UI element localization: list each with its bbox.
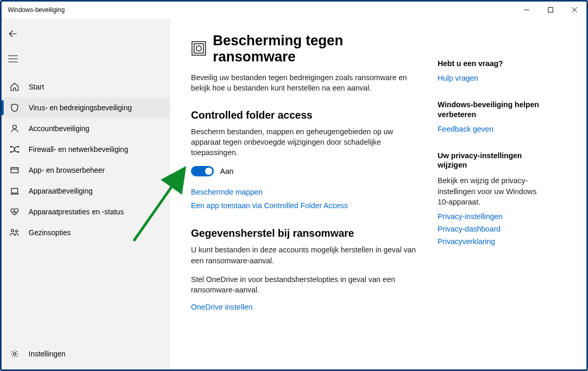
privacy-widget: Uw privacy-instellingen wijzigen Bekijk …	[438, 151, 547, 246]
svg-point-8	[13, 125, 17, 129]
ransomware-icon	[191, 41, 207, 58]
privacy-title: Uw privacy-instellingen wijzigen	[438, 151, 547, 171]
minimize-button[interactable]	[515, 2, 539, 18]
svg-point-18	[16, 230, 18, 232]
nav-item-virus[interactable]: Virus- en bedreigingsbeveiliging	[2, 97, 170, 118]
close-button[interactable]	[563, 2, 586, 18]
nav-item-start[interactable]: Start	[2, 76, 170, 97]
firewall-icon	[9, 144, 20, 155]
right-column: Hebt u een vraag? Hulp vragen Windows-be…	[438, 33, 547, 359]
window-title: Windows-beveiliging	[8, 6, 65, 14]
health-icon	[9, 206, 20, 218]
onedrive-description: Stel OneDrive in voor bestandsherstelopt…	[191, 274, 420, 296]
link-allow-app[interactable]: Een app toestaan via Controlled Folder A…	[191, 201, 420, 210]
link-onedrive-setup[interactable]: OneDrive instellen	[191, 303, 420, 311]
main-content: Bescherming tegen ransomware Beveilig uw…	[170, 18, 586, 369]
link-privacy-dashboard[interactable]: Privacy-dashboard	[438, 225, 547, 233]
page-description: Beveilig uw bestanden tegen bedreigingen…	[191, 72, 420, 94]
svg-rect-15	[11, 188, 18, 193]
privacy-description: Bekijk en wijzig de privacy-instellingen…	[438, 175, 547, 207]
titlebar: Windows-beveiliging	[2, 2, 586, 18]
link-help[interactable]: Hulp vragen	[438, 74, 547, 82]
nav-label: Instellingen	[29, 350, 66, 358]
nav-item-family[interactable]: Gezinsopties	[2, 222, 170, 243]
nav-label: Apparaatbeveiliging	[29, 187, 93, 195]
sidebar: Start Virus- en bedreigingsbeveiliging A…	[2, 18, 170, 369]
nav-item-firewall[interactable]: Firewall- en netwerkbeveiliging	[2, 139, 170, 160]
svg-point-11	[18, 146, 19, 147]
recovery-title: Gegevensherstel bij ransomware	[191, 227, 420, 239]
cfa-toggle[interactable]	[191, 166, 214, 176]
svg-point-9	[10, 146, 11, 147]
device-icon	[9, 185, 20, 197]
svg-point-19	[14, 353, 16, 355]
cfa-description: Bescherm bestanden, mappen en geheugenge…	[191, 126, 420, 158]
hamburger-button[interactable]	[2, 47, 24, 70]
help-title: Hebt u een vraag?	[438, 59, 547, 69]
link-feedback[interactable]: Feedback geven	[438, 125, 547, 133]
shield-icon	[9, 102, 20, 113]
family-icon	[9, 227, 20, 238]
svg-rect-21	[194, 44, 203, 53]
nav-item-account[interactable]: Accountbeveiliging	[2, 118, 170, 139]
nav-label: Gezinsopties	[29, 228, 71, 237]
home-icon	[9, 81, 20, 93]
link-protected-folders[interactable]: Beschermde mappen	[191, 188, 420, 196]
nav-item-settings[interactable]: Instellingen	[2, 343, 170, 364]
nav-item-health[interactable]: Apparaatprestaties en -status	[2, 201, 170, 222]
nav-item-appbrowser[interactable]: App- en browserbeheer	[2, 160, 170, 181]
link-privacy-settings[interactable]: Privacy-instellingen	[438, 212, 547, 221]
appbrowser-icon	[9, 164, 20, 176]
cfa-title: Controlled folder access	[191, 109, 420, 121]
nav-item-device[interactable]: Apparaatbeveiliging	[2, 181, 170, 201]
svg-point-10	[10, 151, 11, 152]
nav-label: App- en browserbeheer	[29, 166, 105, 174]
svg-rect-1	[548, 8, 553, 12]
account-icon	[9, 123, 20, 134]
svg-rect-13	[11, 168, 18, 173]
window-controls	[515, 2, 586, 18]
help-widget: Hebt u een vraag? Hulp vragen	[438, 59, 547, 82]
nav-label: Firewall- en netwerkbeveiliging	[29, 145, 128, 153]
back-button[interactable]	[2, 22, 24, 45]
link-privacy-statement[interactable]: Privacyverklaring	[438, 237, 547, 246]
svg-point-22	[196, 46, 201, 51]
nav-label: Apparaatprestaties en -status	[29, 208, 124, 216]
page-title: Bescherming tegen ransomware	[213, 33, 420, 65]
nav-label: Accountbeveiliging	[29, 124, 90, 133]
svg-point-17	[11, 229, 14, 232]
svg-point-12	[18, 151, 19, 152]
maximize-button[interactable]	[539, 2, 563, 18]
nav-label: Start	[29, 83, 44, 91]
recovery-description: U kunt bestanden in deze accounts mogeli…	[191, 245, 420, 266]
gear-icon	[9, 348, 20, 360]
nav-label: Virus- en bedreigingsbeveiliging	[29, 104, 132, 112]
feedback-widget: Windows-beveiliging helpen verbeteren Fe…	[438, 100, 547, 133]
cfa-toggle-label: Aan	[220, 167, 234, 175]
feedback-title: Windows-beveiliging helpen verbeteren	[438, 100, 547, 120]
nav-list: Start Virus- en bedreigingsbeveiliging A…	[2, 72, 170, 243]
